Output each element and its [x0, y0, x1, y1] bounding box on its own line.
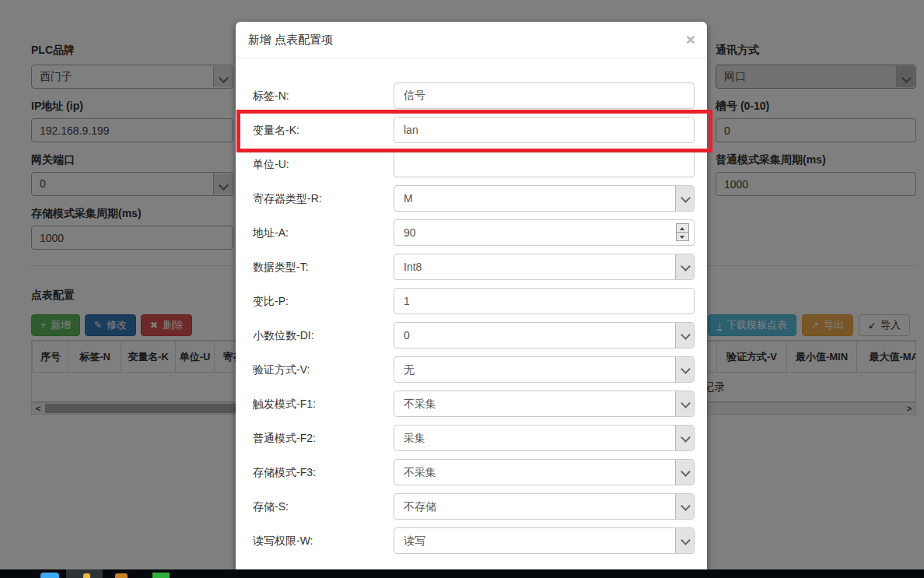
rw-perm-w-label: 读写权限-W:: [253, 527, 394, 554]
data-type-t-select[interactable]: Int8: [394, 254, 695, 280]
decimals-di-label: 小数位数-DI:: [253, 322, 394, 349]
address-a-label: 地址-A:: [253, 219, 394, 246]
modal-field-row-normal-f2: 普通模式-F2:采集: [253, 425, 695, 451]
modal-field-row-unit-u: 单位-U:: [253, 151, 695, 177]
rw-perm-w-select[interactable]: 读写: [394, 527, 695, 554]
chevron-down-icon: [675, 323, 694, 348]
modal-field-row-storage-s: 存储-S:不存储: [253, 493, 695, 520]
close-icon[interactable]: ×: [686, 30, 695, 49]
taskbar-app-icon[interactable]: [152, 573, 170, 578]
ratio-p-input[interactable]: [394, 288, 695, 314]
trigger-f1-label: 触发模式-F1:: [253, 391, 394, 417]
modal-field-row-trigger-f1: 触发模式-F1:不采集: [253, 391, 695, 417]
storage-s-label: 存储-S:: [253, 493, 394, 520]
modal-field-row-register-type-r: 寄存器类型-R:M: [253, 185, 695, 212]
modal-field-row-data-type-t: 数据类型-T:Int8: [253, 254, 695, 280]
chevron-down-icon: [675, 494, 694, 519]
taskbar-browser-icon[interactable]: [40, 573, 59, 578]
modal-header: 新增 点表配置项 ×: [236, 22, 707, 58]
address-a-input[interactable]: [394, 219, 695, 246]
modal-field-row-storage-f3: 存储模式-F3:不采集: [253, 459, 695, 485]
chevron-down-icon: [675, 254, 694, 279]
chevron-down-icon: [675, 186, 694, 211]
verify-v-label: 验证方式-V:: [253, 356, 394, 383]
modal-field-row-rw-perm-w: 读写权限-W:读写: [253, 527, 695, 554]
chevron-down-icon: [675, 460, 694, 485]
ratio-p-label: 变比-P:: [253, 288, 394, 314]
data-type-t-label: 数据类型-T:: [253, 254, 394, 280]
highlight-annotation-rectangle: [236, 110, 712, 152]
unit-u-input[interactable]: [394, 151, 695, 177]
tag-n-label: 标签-N:: [253, 82, 394, 109]
trigger-f1-select[interactable]: 不采集: [394, 391, 695, 417]
windows-taskbar: [0, 569, 924, 578]
register-type-r-label: 寄存器类型-R:: [253, 185, 394, 212]
normal-f2-label: 普通模式-F2:: [253, 425, 394, 451]
address-a-stepper[interactable]: [676, 223, 689, 242]
modal-field-row-verify-v: 验证方式-V:无: [253, 356, 695, 383]
normal-f2-select[interactable]: 采集: [394, 425, 695, 451]
storage-s-select[interactable]: 不存储: [394, 493, 695, 520]
storage-f3-select[interactable]: 不采集: [394, 459, 695, 485]
add-point-config-modal: 新增 点表配置项 × 标签-N:变量名-K:单位-U:寄存器类型-R:M地址-A…: [236, 22, 707, 569]
unit-u-label: 单位-U:: [253, 151, 394, 177]
modal-field-row-address-a: 地址-A:: [253, 219, 695, 246]
spinner-down-icon[interactable]: [676, 232, 689, 241]
storage-f3-label: 存储模式-F3:: [253, 459, 394, 485]
taskbar-firefox-icon[interactable]: [115, 573, 128, 578]
chevron-down-icon: [675, 528, 694, 553]
modal-field-row-tag-n: 标签-N:: [253, 82, 695, 109]
tag-n-input[interactable]: [394, 82, 695, 109]
chevron-down-icon: [675, 426, 694, 450]
modal-title: 新增 点表配置项: [248, 33, 333, 47]
chevron-down-icon: [675, 391, 694, 416]
verify-v-select[interactable]: 无: [394, 356, 695, 383]
modal-field-row-ratio-p: 变比-P:: [253, 288, 695, 314]
taskbar-app-icon[interactable]: [83, 573, 90, 578]
register-type-r-select[interactable]: M: [394, 185, 695, 212]
modal-field-row-decimals-di: 小数位数-DI:0: [253, 322, 695, 349]
chevron-down-icon: [675, 357, 694, 382]
decimals-di-select[interactable]: 0: [394, 322, 695, 349]
